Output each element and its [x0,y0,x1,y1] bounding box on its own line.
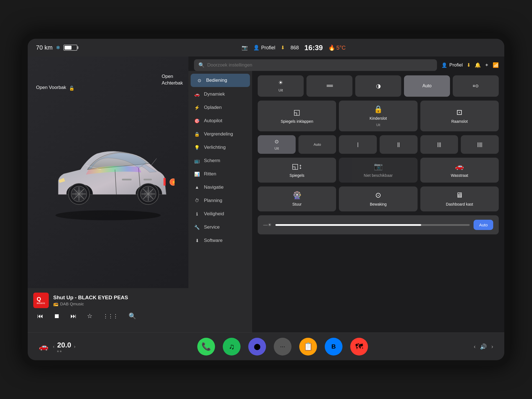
app-bluetooth[interactable]: B [325,338,342,355]
spiegels-inklappen-btn[interactable]: ◱ Spiegels inklappen [258,101,336,131]
temp-decrease-btn[interactable]: ‹ [53,344,54,349]
kinderslot-icon: 🔒 [374,105,383,114]
status-time: 16:39 [305,44,323,52]
search-input[interactable] [207,62,433,68]
status-bar: 70 km ❄ 📷 👤 Profiel ⬇ 868 16:39 🔥 5°C [28,39,504,57]
sidebar-item-service[interactable]: 🔧 Service [188,221,252,234]
light-high-btn[interactable]: ≡⊙ [453,75,499,97]
search-container[interactable]: 🔍 [194,59,437,71]
sidebar-item-verlichting[interactable]: 💡 Verlichting [188,141,252,154]
profile-area: 👤 Profiel ⬇ 🔔 ✦ 📶 [441,62,499,68]
wiper-auto-btn[interactable]: Auto [298,135,336,154]
mirrors-row: ◱ Spiegels inklappen 🔒 Kinderslot Uit ⊡ … [258,101,499,131]
brightness-auto-btn[interactable]: Auto [474,220,493,230]
wasstraat-btn[interactable]: 🚗 Wasstraat [420,158,499,183]
qmusic-logo: Q music [33,293,49,308]
app-circle[interactable]: ⬤ [248,338,266,355]
volume-icon[interactable]: 🔊 [480,343,487,350]
taskbar-car-icon[interactable]: 🚗 [39,342,48,351]
status-temp: 🔥 5°C [328,44,346,51]
wiper-speed4-btn[interactable]: |||| [461,135,499,154]
header-bluetooth-icon[interactable]: ✦ [485,62,489,68]
bottom-feature-row1: ◱↕ Spiegels 📷 Niet beschikbaar 🚗 Wasstra… [258,158,499,183]
nav-next-btn[interactable]: › [491,343,493,350]
sidebar-item-dynamiek[interactable]: 🚗 Dynamiek [188,88,252,101]
kinderslot-btn[interactable]: 🔒 Kinderslot Uit [339,101,417,131]
open-achterbak-label[interactable]: OpenAchterbak [162,73,183,86]
sidebar-item-software[interactable]: ⬇ Software [188,234,252,247]
favorite-button[interactable]: ☆ [86,311,94,321]
left-panel: Open Voorbak 🔓 OpenAchterbak [28,57,188,332]
veiligheid-icon: ℹ [194,211,200,217]
wiper-speed2-btn[interactable]: || [380,135,418,154]
navigatie-icon: ▲ [194,185,200,190]
music-player: Q music Shut Up - BLACK EYED PEAS 📻 DAB … [28,288,188,332]
svg-rect-19 [163,178,166,186]
header-signal-icon: 📶 [493,62,499,68]
app-spotify[interactable]: ♫ [223,338,241,355]
sidebar-item-scherm[interactable]: 📺 Scherm [188,154,252,167]
taskbar-left: 🚗 ‹ 20.0 › [39,341,127,352]
temp-increase-btn[interactable]: › [74,344,75,349]
stop-button[interactable]: ⏹ [53,311,61,321]
app-notes[interactable]: 📋 [299,338,317,355]
bewaking-btn[interactable]: ⊙ Bewaking [339,186,417,211]
lock-icon: 🔓 [69,85,75,91]
light-drl1-btn[interactable]: ≡≡≡ [306,75,352,97]
sidebar-item-veiligheid[interactable]: ℹ Veiligheid [188,207,252,221]
light-drl2-btn[interactable]: ◑ [355,75,401,97]
next-button[interactable]: ⏭ [69,311,78,321]
radio-icon: 📻 [53,301,58,306]
sidebar-item-opladen[interactable]: ⚡ Opladen [188,101,252,114]
light-auto-btn[interactable]: Auto [404,75,450,97]
search-music-button[interactable]: 🔍 [127,311,137,321]
search-icon: 🔍 [198,62,204,68]
niet-beschikbaar-icon: 📷 [374,162,383,171]
app-dots[interactable]: ··· [274,338,291,355]
brightness-slider[interactable] [275,224,470,226]
flame-icon: 🔥 [328,44,335,51]
open-voorbak-label[interactable]: Open Voorbak 🔓 [36,84,75,91]
sidebar-item-autopilot[interactable]: 🎯 Autopilot [188,114,252,127]
temp-dots [57,351,71,352]
music-title: Shut Up - BLACK EYED PEAS [53,295,183,301]
sidebar-item-ritten[interactable]: 📊 Ritten [188,167,252,181]
stuur-btn[interactable]: 🎡 Stuur [258,186,336,211]
music-source: 📻 DAB Qmusic [53,301,183,306]
right-panel: 🔍 👤 Profiel ⬇ 🔔 ✦ 📶 [188,57,504,332]
svg-text:⚡: ⚡ [172,180,175,185]
car-visualization: Open Voorbak 🔓 OpenAchterbak [28,57,188,288]
dashboard-kast-btn[interactable]: 🖥 Dashboard kast [420,186,499,211]
prev-button[interactable]: ⏮ [36,311,44,321]
app-phone[interactable]: 📞 [197,338,215,355]
header-profile-btn[interactable]: 👤 Profiel [441,62,463,68]
mirrors-icon: ◱ [293,108,300,117]
app-maps[interactable]: 🗺 [350,338,368,355]
raamslot-btn[interactable]: ⊡ Raamslot [420,101,499,131]
wiper-speed3-btn[interactable]: ||| [420,135,458,154]
header-download-icon[interactable]: ⬇ [467,62,471,68]
wiper-speed1-btn[interactable]: | [339,135,377,154]
lighting-row: ☀ Uit ≡≡≡ ◑ Auto [258,75,499,97]
taskbar-right: ‹ 🔊 › [438,343,493,350]
car-image: ⚡ [42,134,175,222]
wiper-uit-btn[interactable]: ⊙ Uit [258,135,296,154]
sidebar-item-planning[interactable]: ⏱ Planning [188,194,252,207]
light-uit-btn[interactable]: ☀ Uit [258,75,304,97]
sidebar-item-navigatie[interactable]: ▲ Navigatie [188,181,252,194]
wiper-off-icon: ⊙ [275,139,279,145]
bottom-feature-row2: 🎡 Stuur ⊙ Bewaking 🖥 Dashboard kast [258,186,499,211]
vergrendeling-icon: 🔒 [194,132,200,137]
sidebar-item-bediening[interactable]: ⊙ Bediening [191,74,250,87]
svg-point-0 [55,210,161,220]
equalizer-button[interactable]: ⋮⋮⋮ [102,312,119,320]
niet-beschikbaar-btn[interactable]: 📷 Niet beschikbaar [339,158,417,183]
status-profile-btn[interactable]: 👤 Profiel [253,45,275,51]
spiegels-btn[interactable]: ◱↕ Spiegels [258,158,336,183]
nav-prev-btn[interactable]: ‹ [474,343,476,350]
header-bell-icon[interactable]: 🔔 [475,62,481,68]
sidebar-item-vergrendeling[interactable]: 🔒 Vergrendeling [188,127,252,141]
bewaking-icon: ⊙ [375,191,381,200]
status-download-icon[interactable]: ⬇ [281,45,285,51]
settings-content: ☀ Uit ≡≡≡ ◑ Auto [252,71,504,332]
